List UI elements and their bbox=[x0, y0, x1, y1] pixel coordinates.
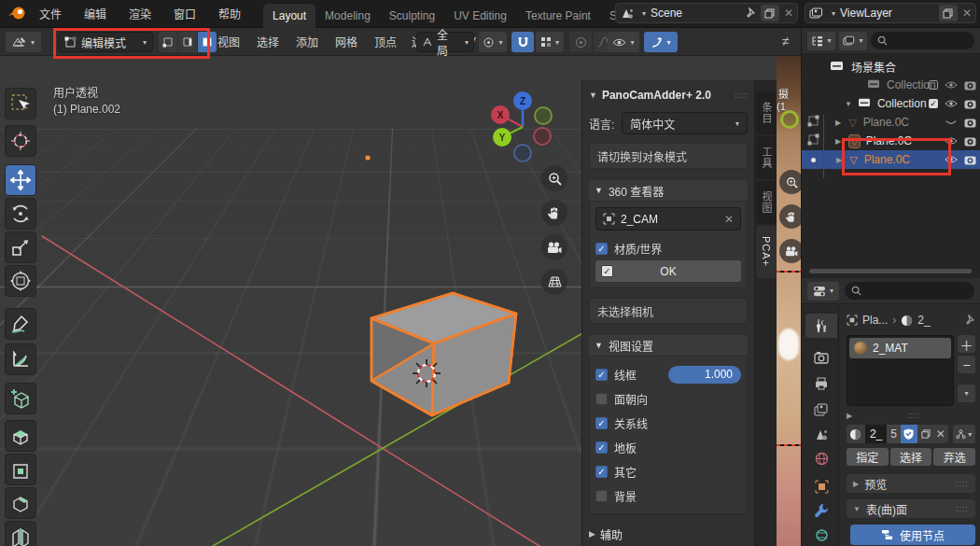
editor-type-button[interactable]: ▾ bbox=[6, 32, 41, 52]
sidebar-tab-tool[interactable]: 工具 bbox=[756, 136, 777, 179]
material-world-checkbox[interactable]: ✓ bbox=[595, 243, 608, 255]
material-name-field[interactable]: 2_ bbox=[865, 425, 887, 443]
background-checkbox[interactable] bbox=[595, 490, 608, 502]
tool-annotate[interactable] bbox=[5, 308, 36, 340]
material-slots-list[interactable]: 2_MAT bbox=[847, 335, 954, 406]
tab-world[interactable] bbox=[805, 446, 837, 470]
sidebar-tab-view[interactable]: 视图 bbox=[756, 181, 777, 224]
strip-proportional-icon[interactable]: ≠ bbox=[782, 34, 790, 49]
tool-bevel[interactable] bbox=[5, 487, 36, 519]
viewlayer-selector[interactable]: ▾ ViewLayer ✕ bbox=[805, 3, 976, 23]
menu-vertex[interactable]: 顶点 bbox=[366, 34, 405, 49]
strip-gizmo-y-ball[interactable] bbox=[780, 110, 799, 129]
sidebar-tab-pca[interactable]: PCA+ bbox=[756, 226, 777, 278]
surface-panel-header[interactable]: ▼表(曲)面:::: bbox=[847, 499, 975, 518]
plane-row-hidden[interactable]: ▶ ▽ Plane.0C bbox=[802, 113, 980, 132]
tab-physics[interactable] bbox=[805, 523, 837, 546]
select-button[interactable]: 选择 bbox=[890, 448, 932, 466]
camera-visibility-icon[interactable] bbox=[964, 80, 976, 91]
properties-search[interactable] bbox=[845, 282, 974, 300]
camera-clear-icon[interactable]: ✕ bbox=[724, 213, 734, 226]
face-orientation-checkbox[interactable] bbox=[595, 393, 608, 405]
material-slot-row[interactable]: 2_MAT bbox=[849, 338, 951, 358]
copy-material-button[interactable] bbox=[917, 425, 933, 443]
pin-icon[interactable] bbox=[965, 315, 975, 326]
wireframe-slider[interactable]: 1.000 bbox=[668, 366, 741, 384]
scene-selector[interactable]: ▾ Scene ✕ bbox=[615, 3, 798, 23]
workspace-tab-sculpting[interactable]: Sculpting bbox=[380, 4, 444, 28]
use-nodes-button[interactable]: 使用节点 bbox=[850, 525, 975, 545]
tool-extrude-region[interactable] bbox=[5, 420, 36, 452]
collection2-row[interactable]: ▼ Collection 2 ✓ bbox=[802, 94, 980, 113]
camera-view-button[interactable] bbox=[541, 234, 567, 260]
tool-loop-cut[interactable] bbox=[5, 521, 36, 546]
ok-checkbox[interactable]: ✓ bbox=[601, 265, 613, 277]
close-scene-icon[interactable]: ✕ bbox=[784, 7, 793, 20]
fake-user-shield-button[interactable] bbox=[901, 425, 917, 443]
workspace-tab-uv-editing[interactable]: UV Editing bbox=[444, 4, 516, 28]
language-dropdown[interactable]: 简体中文▾ bbox=[622, 112, 748, 134]
outliner-display-mode-button[interactable]: ▾ bbox=[807, 32, 835, 50]
camera-visibility-icon[interactable] bbox=[964, 118, 976, 128]
tool-rotate[interactable] bbox=[5, 198, 36, 230]
pivot-point-button[interactable]: ▾ bbox=[479, 32, 507, 52]
tab-scene[interactable] bbox=[805, 423, 837, 447]
tool-cursor[interactable] bbox=[5, 125, 36, 157]
material-browse-button[interactable] bbox=[847, 425, 865, 443]
exclude-checkbox-checked[interactable]: ✓ bbox=[929, 99, 938, 108]
tab-tool[interactable] bbox=[805, 314, 837, 338]
breadcrumb-material[interactable]: 2_ bbox=[917, 314, 960, 327]
link-material-dropdown[interactable]: ▾ bbox=[953, 425, 975, 443]
snap-with-button[interactable]: ▾ bbox=[536, 32, 564, 52]
tab-output[interactable] bbox=[805, 371, 837, 396]
remove-slot-button[interactable]: − bbox=[958, 356, 975, 373]
sidebar-tab-item[interactable]: 条目 bbox=[756, 91, 777, 134]
exclude-checkbox[interactable] bbox=[929, 80, 938, 90]
transform-orientation-dropdown[interactable]: 全局▾ bbox=[416, 32, 474, 52]
tab-modifiers[interactable] bbox=[805, 498, 837, 523]
eye-icon[interactable] bbox=[945, 80, 958, 90]
material-world-row[interactable]: ✓ 材质/世界 bbox=[595, 236, 741, 260]
others-checkbox[interactable]: ✓ bbox=[595, 466, 608, 478]
scene-collection-row[interactable]: 场景集合 bbox=[802, 57, 980, 76]
perspective-toggle-button[interactable] bbox=[541, 269, 567, 295]
wireframe-checkbox[interactable]: ✓ bbox=[595, 369, 608, 381]
tool-move[interactable] bbox=[5, 164, 36, 196]
navigation-gizmo[interactable]: Z X Y bbox=[483, 88, 562, 166]
relationship-lines-checkbox[interactable]: ✓ bbox=[595, 417, 608, 429]
slot-specials-button[interactable]: ▾ bbox=[958, 385, 975, 402]
menu-render[interactable]: 渲染 bbox=[118, 0, 162, 27]
tool-inset-faces[interactable] bbox=[5, 454, 36, 485]
menu-window[interactable]: 窗口 bbox=[162, 0, 207, 27]
eye-closed-icon[interactable] bbox=[945, 118, 958, 127]
snap-toggle[interactable] bbox=[511, 32, 534, 52]
deselect-button[interactable]: 弃选 bbox=[933, 448, 975, 466]
blender-logo-icon[interactable] bbox=[7, 5, 26, 24]
outliner-search[interactable] bbox=[871, 32, 974, 49]
tool-transform[interactable] bbox=[5, 265, 36, 297]
new-scene-button[interactable] bbox=[761, 5, 779, 21]
assist-panel-header[interactable]: ▶辅助 bbox=[589, 524, 748, 544]
view-settings-header[interactable]: ▼视图设置 bbox=[589, 335, 748, 356]
expand-icon[interactable]: ▶ bbox=[835, 137, 841, 146]
tab-render[interactable] bbox=[805, 345, 837, 370]
menu-add[interactable]: 添加 bbox=[287, 34, 327, 49]
menu-help[interactable]: 帮助 bbox=[207, 0, 252, 27]
expand-icon[interactable]: ▶ bbox=[847, 412, 852, 420]
expand-icon[interactable]: ▶ bbox=[835, 119, 841, 127]
workspace-tab-texture-paint[interactable]: Texture Paint bbox=[516, 4, 600, 28]
tool-add-cube[interactable] bbox=[5, 383, 36, 414]
close-viewlayer-icon[interactable]: ✕ bbox=[962, 7, 972, 20]
tab-view-layer[interactable] bbox=[805, 398, 837, 422]
tab-object[interactable] bbox=[805, 474, 837, 498]
workspace-tab-modeling[interactable]: Modeling bbox=[315, 4, 380, 28]
new-viewlayer-button[interactable] bbox=[939, 5, 958, 21]
camera-visibility-icon[interactable] bbox=[964, 99, 976, 109]
expand-icon[interactable]: ▼ bbox=[845, 100, 852, 108]
camera-viewport-sliver[interactable]: 摄 (1 bbox=[777, 56, 801, 546]
breadcrumb-object[interactable]: Pla... bbox=[862, 314, 888, 327]
menu-mesh[interactable]: 网格 bbox=[327, 34, 366, 49]
properties-editor-type-button[interactable]: ▾ bbox=[807, 282, 839, 301]
floor-checkbox[interactable]: ✓ bbox=[595, 441, 608, 454]
workspace-tab-layout[interactable]: Layout bbox=[263, 4, 315, 28]
